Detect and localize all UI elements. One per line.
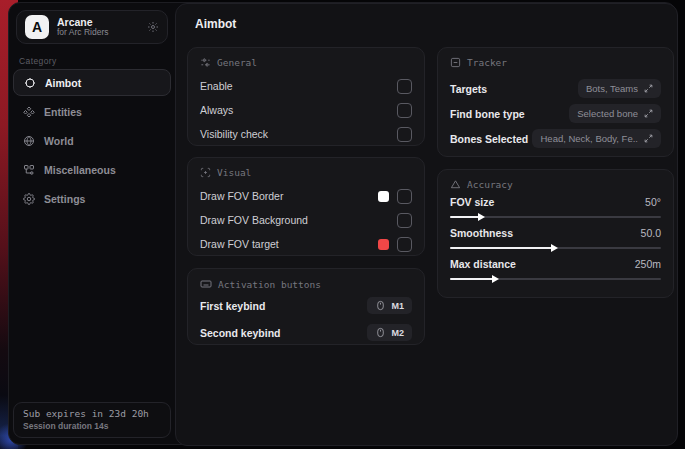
sidebar-item-label: Miscellaneous — [44, 164, 116, 176]
app-window: A Arcane for Arc Riders Category — [8, 2, 677, 445]
keybind-label: First keybind — [200, 300, 265, 312]
setting-label: Draw FOV Border — [200, 190, 283, 202]
activation-card: Activation buttons First keybind M1 — [187, 268, 425, 345]
expand-icon — [644, 134, 653, 143]
dropdown-row-bones-selected: Bones Selected Head, Neck, Body, Fe.. — [450, 126, 661, 151]
visibility-check-checkbox[interactable] — [397, 127, 412, 142]
category-label: Category — [19, 56, 57, 66]
entities-icon — [23, 106, 35, 118]
bones-selected-dropdown[interactable]: Head, Neck, Body, Fe.. — [532, 129, 661, 148]
tracker-rows: Targets Bots, Teams Find bone type — [450, 76, 661, 151]
brand-card: A Arcane for Arc Riders — [16, 10, 168, 44]
setting-label: Draw FOV Background — [200, 214, 308, 226]
gear-icon[interactable] — [147, 21, 159, 33]
setting-row-enable: Enable — [200, 75, 412, 97]
first-keybind-button[interactable]: M1 — [367, 297, 412, 314]
activation-rows: First keybind M1 Second keybind — [200, 294, 412, 344]
desktop: A Arcane for Arc Riders Category — [0, 0, 685, 449]
slider-row-max-distance: Max distance 250m — [450, 258, 661, 280]
setting-controls — [378, 189, 412, 204]
setting-row-fov-border: Draw FOV Border — [200, 185, 412, 207]
fov-background-checkbox[interactable] — [397, 213, 412, 228]
slider-value: 50° — [645, 196, 661, 208]
second-keybind-button[interactable]: M2 — [367, 324, 412, 341]
brand-subtitle: for Arc Riders — [57, 28, 139, 38]
dropdown-value: Selected bone — [577, 108, 638, 119]
brand-text: Arcane for Arc Riders — [57, 16, 139, 38]
max-distance-slider[interactable] — [450, 278, 661, 280]
sidebar-item-entities[interactable]: Entities — [13, 98, 171, 125]
mouse-icon — [375, 327, 386, 338]
sidebar-item-aimbot[interactable]: Aimbot — [13, 69, 171, 96]
session-duration: Session duration 14s — [23, 421, 161, 431]
general-header: General — [200, 57, 412, 68]
slider-thumb[interactable] — [492, 275, 499, 283]
minus-square-icon — [450, 57, 461, 68]
slider-thumb[interactable] — [551, 244, 558, 252]
keybind-value: M1 — [391, 301, 404, 311]
keybind-row-first: First keybind M1 — [200, 294, 412, 317]
setting-controls — [397, 213, 412, 228]
fov-target-checkbox[interactable] — [397, 237, 412, 252]
accuracy-header: Accuracy — [450, 179, 661, 190]
setting-label: Visibility check — [200, 128, 268, 140]
setting-row-fov-target: Draw FOV target — [200, 233, 412, 255]
grid-icon — [200, 57, 211, 68]
dropdown-value: Bots, Teams — [586, 83, 638, 94]
dropdown-label: Targets — [450, 83, 487, 95]
fov-size-slider[interactable] — [450, 216, 661, 218]
sidebar-item-label: World — [44, 135, 74, 147]
setting-row-always: Always — [200, 99, 412, 121]
setting-row-visibility-check: Visibility check — [200, 123, 412, 145]
sidebar-item-label: Settings — [44, 193, 85, 205]
setting-row-fov-background: Draw FOV Background — [200, 209, 412, 231]
tracker-title: Tracker — [467, 57, 507, 68]
smoothness-slider[interactable] — [450, 247, 661, 249]
scan-icon — [200, 167, 211, 178]
color-swatch[interactable] — [378, 239, 389, 250]
subscription-card: Sub expires in 23d 20h Session duration … — [13, 402, 171, 438]
slider-fill — [450, 247, 553, 249]
sidebar-item-settings[interactable]: Settings — [13, 185, 171, 212]
general-rows: Enable Always Visibility check — [200, 75, 412, 145]
keyboard-icon — [200, 278, 212, 290]
keybind-row-second: Second keybind M2 — [200, 321, 412, 344]
expand-icon — [644, 84, 653, 93]
slider-value: 50.0 — [641, 227, 661, 239]
sidebar-item-miscellaneous[interactable]: Miscellaneous — [13, 156, 171, 183]
main-panel: Aimbot General Enable — [175, 3, 678, 446]
targets-dropdown[interactable]: Bots, Teams — [578, 79, 661, 98]
sidebar-item-label: Entities — [44, 106, 82, 118]
dropdown-row-bone-type: Find bone type Selected bone — [450, 101, 661, 126]
slider-fill — [450, 278, 494, 280]
dropdown-label: Bones Selected — [450, 133, 528, 145]
mouse-icon — [375, 300, 386, 311]
sidebar-item-world[interactable]: World — [13, 127, 171, 154]
slider-value: 250m — [635, 258, 661, 270]
tracker-header: Tracker — [450, 57, 661, 68]
visual-rows: Draw FOV Border Draw FOV Background — [200, 185, 412, 255]
dropdown-label: Find bone type — [450, 108, 525, 120]
general-title: General — [217, 57, 257, 68]
dropdown-row-targets: Targets Bots, Teams — [450, 76, 661, 101]
tracker-card: Tracker Targets Bots, Teams — [437, 47, 674, 157]
fov-border-checkbox[interactable] — [397, 189, 412, 204]
slider-row-fov-size: FOV size 50° — [450, 196, 661, 218]
sidebar: A Arcane for Arc Riders Category — [9, 3, 175, 444]
setting-controls — [378, 237, 412, 252]
visual-title: Visual — [217, 167, 251, 178]
accuracy-title: Accuracy — [467, 179, 513, 190]
general-card: General Enable Always Visibility check — [187, 47, 425, 146]
keybind-value: M2 — [391, 328, 404, 338]
globe-icon — [23, 135, 35, 147]
enable-checkbox[interactable] — [397, 79, 412, 94]
visual-header: Visual — [200, 167, 412, 178]
keybind-label: Second keybind — [200, 327, 281, 339]
bone-type-dropdown[interactable]: Selected bone — [569, 104, 661, 123]
triangle-icon — [450, 179, 461, 190]
page-title: Aimbot — [195, 17, 236, 31]
miscellaneous-icon — [23, 164, 35, 176]
slider-thumb[interactable] — [478, 213, 485, 221]
color-swatch[interactable] — [378, 191, 389, 202]
always-checkbox[interactable] — [397, 103, 412, 118]
